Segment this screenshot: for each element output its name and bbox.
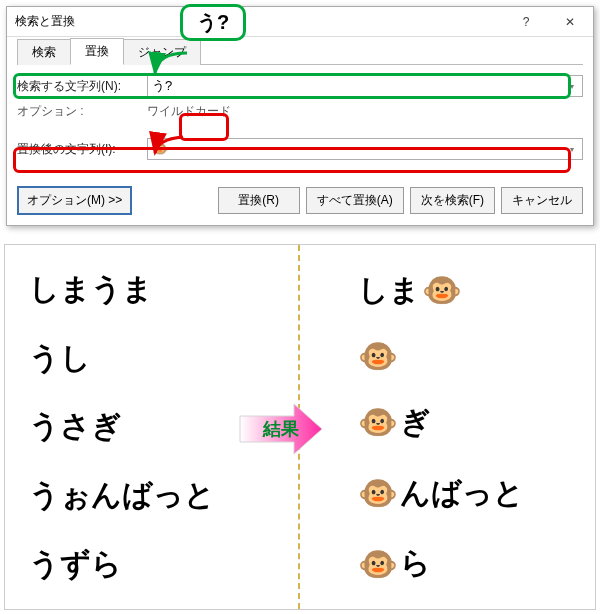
options-button[interactable]: オプション(M) >> (17, 186, 132, 215)
replace-row: 置換後の文字列(I): 🐵 ▾ (17, 138, 583, 160)
after-column: しま🐵 🐵 🐵ぎ 🐵んばっと 🐵ら (300, 245, 595, 609)
before-item: うぉんばっと (29, 475, 298, 516)
result-label: 結果 (246, 408, 316, 450)
replace-input[interactable]: 🐵 ▾ (147, 138, 583, 160)
tab-replace[interactable]: 置換 (70, 38, 124, 65)
find-row: 検索する文字列(N): う? ▾ (17, 75, 583, 97)
callout-pattern: う? (180, 4, 246, 41)
replace-all-button[interactable]: すべて置換(A) (306, 187, 404, 214)
close-button[interactable]: ✕ (547, 7, 593, 37)
after-item: 🐵ら (358, 543, 595, 584)
after-item: 🐵ぎ (358, 402, 595, 443)
tab-jump[interactable]: ジャンプ (123, 39, 201, 65)
find-replace-dialog: 検索と置換 ? ✕ 検索 置換 ジャンプ 検索する文字列(N): う? ▾ オプ… (6, 6, 594, 226)
after-item: 🐵んばっと (358, 473, 595, 514)
chevron-down-icon[interactable]: ▾ (564, 141, 580, 157)
help-button[interactable]: ? (505, 7, 547, 37)
help-icon: ? (523, 15, 530, 29)
tab-bar: 検索 置換 ジャンプ (17, 39, 583, 65)
tab-search[interactable]: 検索 (17, 39, 71, 65)
after-item: 🐵 (358, 340, 595, 372)
after-item: しま🐵 (358, 270, 595, 311)
monkey-icon: 🐵 (358, 477, 398, 509)
dialog-title: 検索と置換 (15, 13, 505, 30)
before-item: しまうま (29, 269, 298, 310)
chevron-down-icon[interactable]: ▾ (564, 78, 580, 94)
before-item: うし (29, 338, 298, 379)
monkey-icon: 🐵 (358, 406, 398, 438)
before-item: うずら (29, 544, 298, 585)
monkey-icon: 🐵 (422, 274, 462, 306)
cancel-button[interactable]: キャンセル (501, 187, 583, 214)
options-label: オプション : (17, 103, 147, 120)
button-row: オプション(M) >> 置換(R) すべて置換(A) 次を検索(F) キャンセル (17, 186, 583, 215)
find-value: う? (152, 78, 172, 93)
replace-label: 置換後の文字列(I): (17, 141, 147, 158)
options-row: オプション : ワイルドカード (17, 103, 583, 120)
find-input[interactable]: う? ▾ (147, 75, 583, 97)
options-value: ワイルドカード (147, 103, 231, 120)
dialog-body: 検索 置換 ジャンプ 検索する文字列(N): う? ▾ オプション : ワイルド… (7, 37, 593, 168)
monkey-icon: 🐵 (358, 340, 398, 372)
close-icon: ✕ (565, 15, 575, 29)
replace-button[interactable]: 置換(R) (218, 187, 300, 214)
replace-value: 🐵 (152, 141, 168, 156)
find-label: 検索する文字列(N): (17, 78, 147, 95)
titlebar: 検索と置換 ? ✕ (7, 7, 593, 37)
find-next-button[interactable]: 次を検索(F) (410, 187, 495, 214)
monkey-icon: 🐵 (358, 548, 398, 580)
